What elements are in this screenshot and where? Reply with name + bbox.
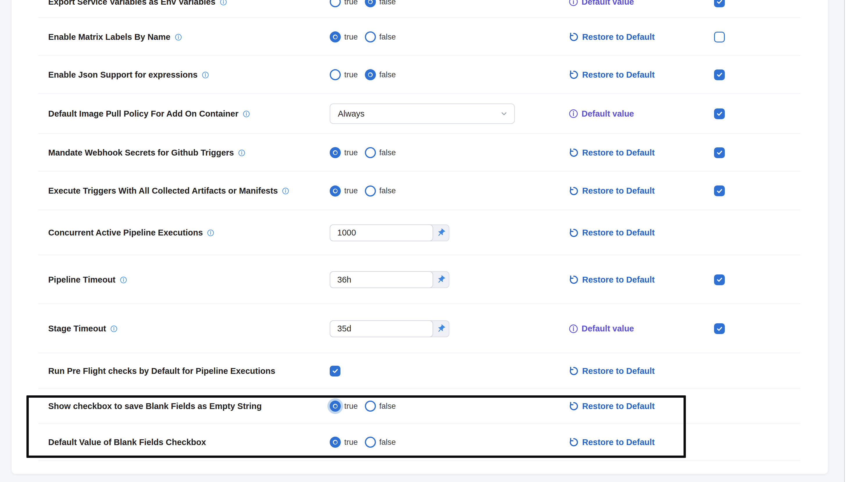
check-icon (716, 276, 723, 283)
row-default-blank-fields-value: Default Value of Blank Fields Checkbox t… (11, 424, 828, 461)
radio-false[interactable] (365, 401, 376, 412)
info-icon[interactable] (243, 110, 250, 118)
image-pull-policy-select[interactable]: Always (330, 104, 515, 124)
setting-label: Concurrent Active Pipeline Executions (48, 228, 203, 238)
radio-true[interactable] (330, 0, 341, 7)
info-icon (568, 324, 578, 334)
radio-true[interactable] (330, 69, 341, 80)
modified-checkbox[interactable] (714, 108, 725, 119)
radio-true[interactable] (330, 437, 341, 448)
radio-false[interactable] (365, 69, 376, 80)
default-value-link[interactable]: Default value (568, 0, 634, 7)
radio-false-label: false (379, 33, 396, 41)
radio-true[interactable] (330, 401, 341, 412)
modified-checkbox[interactable] (714, 275, 725, 285)
radio-group: true false (330, 0, 403, 7)
restore-to-default-link[interactable]: Restore to Default (568, 147, 655, 158)
pinned-input (330, 224, 450, 241)
radio-group: true false (330, 186, 403, 197)
settings-page: Export Service Variables as Env Variable… (0, 0, 845, 482)
modified-checkbox[interactable] (714, 323, 725, 334)
check-icon (716, 0, 723, 5)
row-preflight-checks: Run Pre Flight checks by Default for Pip… (11, 353, 828, 389)
stage-timeout-input[interactable] (330, 320, 433, 337)
info-icon[interactable] (202, 71, 209, 79)
info-icon[interactable] (220, 0, 227, 6)
info-icon (568, 109, 578, 119)
info-icon[interactable] (238, 149, 245, 157)
radio-true[interactable] (330, 147, 341, 158)
radio-true-label: true (344, 70, 358, 79)
radio-true-label: true (344, 402, 358, 411)
radio-true-label: true (344, 438, 358, 447)
pin-button[interactable] (433, 225, 449, 241)
setting-label: Execute Triggers With All Collected Arti… (48, 186, 278, 196)
restore-to-default-link[interactable]: Restore to Default (568, 366, 655, 376)
restore-icon (568, 147, 579, 158)
restore-icon (568, 186, 579, 196)
radio-group: true false (330, 147, 403, 158)
info-icon[interactable] (120, 276, 127, 284)
default-value-link[interactable]: Default value (568, 324, 634, 334)
check-icon (332, 367, 339, 375)
restore-to-default-link[interactable]: Restore to Default (568, 69, 655, 80)
pinned-input (330, 320, 450, 337)
restore-icon (568, 275, 579, 285)
restore-icon (568, 366, 579, 376)
row-mandate-webhook-secrets: Mandate Webhook Secrets for Github Trigg… (11, 134, 828, 172)
radio-false[interactable] (365, 147, 376, 158)
pin-button[interactable] (433, 321, 449, 337)
radio-group: true false (330, 31, 403, 42)
modified-checkbox[interactable] (714, 147, 725, 158)
radio-false-label: false (379, 402, 396, 411)
setting-label: Stage Timeout (48, 323, 106, 334)
radio-true[interactable] (330, 186, 341, 197)
pin-icon (436, 275, 445, 284)
radio-true[interactable] (330, 31, 341, 42)
row-concurrent-pipeline-executions: Concurrent Active Pipeline Executions Re… (11, 210, 828, 255)
row-execute-triggers-artifacts: Execute Triggers With All Collected Arti… (11, 172, 828, 210)
radio-false-label: false (379, 0, 396, 6)
setting-label: Show checkbox to save Blank Fields as Em… (48, 401, 262, 412)
modified-checkbox[interactable] (714, 32, 725, 42)
check-icon (716, 71, 723, 79)
modified-checkbox[interactable] (714, 0, 725, 7)
preflight-checkbox[interactable] (330, 366, 340, 376)
restore-icon (568, 228, 579, 238)
info-icon[interactable] (207, 229, 214, 237)
pin-button[interactable] (433, 272, 449, 287)
info-icon[interactable] (175, 33, 182, 41)
setting-label: Pipeline Timeout (48, 275, 116, 285)
select-value: Always (338, 109, 365, 119)
restore-to-default-link[interactable]: Restore to Default (568, 437, 655, 447)
setting-label: Default Image Pull Policy For Add On Con… (48, 109, 239, 119)
restore-icon (568, 32, 579, 42)
pipeline-timeout-input[interactable] (330, 271, 433, 288)
restore-to-default-link[interactable]: Restore to Default (568, 401, 655, 412)
restore-to-default-link[interactable]: Restore to Default (568, 32, 655, 42)
pinned-input (330, 271, 450, 288)
row-enable-matrix-labels: Enable Matrix Labels By Name true false … (11, 18, 828, 56)
radio-false[interactable] (365, 0, 376, 7)
info-icon[interactable] (110, 325, 118, 333)
restore-icon (568, 69, 579, 80)
restore-to-default-link[interactable]: Restore to Default (568, 275, 655, 285)
info-icon[interactable] (282, 187, 289, 195)
default-value-link[interactable]: Default value (568, 109, 634, 119)
modified-checkbox[interactable] (714, 69, 725, 80)
setting-label: Mandate Webhook Secrets for Github Trigg… (48, 148, 234, 158)
radio-true-label: true (344, 148, 358, 157)
modified-checkbox[interactable] (714, 186, 725, 196)
row-show-blank-fields-checkbox: Show checkbox to save Blank Fields as Em… (11, 389, 828, 424)
radio-false[interactable] (365, 31, 376, 42)
check-icon (716, 187, 723, 195)
restore-to-default-link[interactable]: Restore to Default (568, 186, 655, 196)
restore-to-default-link[interactable]: Restore to Default (568, 228, 655, 238)
concurrent-executions-input[interactable] (330, 224, 433, 241)
radio-group: true false (330, 69, 403, 80)
radio-false[interactable] (365, 186, 376, 197)
radio-false[interactable] (365, 437, 376, 448)
radio-true-label: true (344, 33, 358, 41)
row-pipeline-timeout: Pipeline Timeout Restore to Default (11, 255, 828, 304)
row-stage-timeout: Stage Timeout Default value (11, 304, 828, 353)
